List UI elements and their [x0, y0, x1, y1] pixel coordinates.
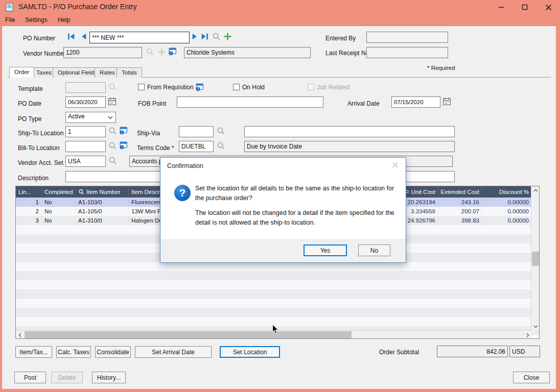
terms-code-label: Terms Code * [137, 144, 174, 152]
menu-bar: File Settings Help [0, 14, 560, 26]
close-window-button[interactable] [536, 0, 560, 14]
scroll-left-button[interactable] [16, 331, 24, 339]
cell-unit-cost: 3.334559 [403, 207, 438, 216]
cell-extended-cost: 200.07 [438, 207, 482, 216]
cell-extended-cost: 243.16 [438, 198, 482, 207]
confirmation-dialog: Confirmation ? Set the location for all … [160, 157, 406, 263]
vendor-finder-icon[interactable] [146, 47, 154, 56]
col-header-extended-cost[interactable]: Extended Cost [438, 186, 482, 198]
order-subtotal-label: Order Subtotal [379, 349, 419, 356]
menu-file[interactable]: File [0, 15, 20, 24]
scroll-down-icon [533, 325, 538, 328]
scroll-up-icon [533, 189, 538, 192]
vendor-number-input[interactable] [63, 47, 142, 58]
maximize-button[interactable] [513, 0, 536, 14]
yes-button[interactable]: Yes [304, 244, 347, 256]
po-date-input[interactable] [65, 96, 106, 108]
ship-via-finder-icon[interactable] [217, 127, 225, 135]
col-header-completed[interactable]: Completed [42, 186, 76, 198]
ship-via-description-field[interactable] [244, 126, 455, 137]
calc-taxes-button[interactable]: Calc. Taxes [56, 346, 91, 358]
vendor-number-label: Vendor Number [23, 50, 66, 57]
set-arrival-date-button[interactable]: Set Arrival Date [135, 346, 212, 358]
bill-to-location-input[interactable] [65, 141, 106, 152]
fob-point-input[interactable] [177, 96, 323, 108]
terms-code-input[interactable] [179, 141, 214, 152]
required-note: * Required [427, 65, 455, 71]
template-finder-icon[interactable] [108, 83, 117, 91]
arrival-date-calendar-icon[interactable] [442, 97, 451, 106]
item-tax-button[interactable]: Item/Tax... [15, 346, 52, 358]
cell-item-number: A1-103/0 [76, 198, 129, 207]
bill-to-finder-icon[interactable] [108, 141, 117, 150]
cell-item-number: A1-105/0 [76, 207, 129, 216]
po-date-label: PO Date [18, 100, 41, 107]
main-content: PO Number Vendor Number Entered By Last … [2, 26, 556, 389]
vendor-acct-set-input[interactable] [65, 156, 106, 167]
col-header-unit-cost[interactable]: Unit Cost [403, 186, 438, 198]
grid-vertical-scrollbar[interactable] [531, 186, 539, 331]
col-header-line[interactable]: Lin... [16, 186, 42, 198]
job-related-checkbox [308, 84, 314, 90]
cell-unit-cost: 24.926796 [403, 216, 438, 225]
menu-help[interactable]: Help [53, 15, 76, 24]
cell-item-number: A1-310/0 [76, 216, 129, 225]
previous-record-icon[interactable] [79, 32, 88, 41]
post-button[interactable]: Post [14, 372, 46, 383]
dialog-message: Set the location for all details to be t… [195, 184, 399, 227]
grid-empty-row [16, 271, 539, 280]
menu-settings[interactable]: Settings [20, 15, 52, 24]
set-location-button[interactable]: Set Location [220, 346, 280, 358]
on-hold-checkbox[interactable] [233, 84, 240, 90]
from-requisition-checkbox[interactable] [138, 84, 145, 90]
cell-unit-cost: 20.263194 [403, 198, 438, 207]
grid-empty-row [16, 299, 539, 308]
last-record-icon[interactable] [200, 32, 209, 41]
close-icon [392, 162, 399, 168]
col-header-item-number[interactable]: Item Number [76, 186, 129, 198]
bill-to-drilldown-icon[interactable] [119, 141, 128, 150]
po-number-finder-icon[interactable] [212, 32, 221, 41]
vendor-new-icon[interactable] [157, 47, 166, 56]
last-receipt-field [366, 47, 448, 58]
no-button[interactable]: No [358, 244, 390, 256]
scroll-right-icon [526, 333, 529, 337]
tab-order[interactable]: Order [9, 67, 34, 78]
new-po-icon[interactable] [223, 32, 232, 41]
horizontal-scroll-thumb[interactable] [25, 331, 352, 338]
app-icon [6, 3, 14, 11]
bill-to-location-label: Bill-To Location [18, 144, 59, 152]
scroll-up-button[interactable] [531, 186, 540, 194]
po-number-input[interactable] [89, 32, 190, 43]
requisition-drilldown-icon[interactable] [195, 83, 204, 91]
consolidate-button[interactable]: Consolidate [95, 346, 131, 358]
minimize-button[interactable] [489, 0, 513, 14]
arrival-date-input[interactable] [391, 96, 440, 108]
grid-horizontal-scrollbar[interactable] [16, 330, 532, 338]
first-record-icon[interactable] [67, 32, 76, 41]
next-record-icon[interactable] [191, 32, 199, 41]
close-button[interactable]: Close [513, 372, 550, 383]
vendor-drilldown-icon[interactable] [168, 47, 177, 56]
ship-to-finder-icon[interactable] [108, 127, 117, 135]
ship-to-location-input[interactable] [65, 126, 106, 137]
po-date-calendar-icon[interactable] [108, 97, 116, 106]
vendor-acct-finder-icon[interactable] [108, 156, 117, 165]
history-button[interactable]: History... [92, 372, 126, 383]
dialog-close-button[interactable] [392, 161, 399, 170]
dialog-message-line2: The location will not be changed for a d… [195, 208, 399, 227]
col-header-discount[interactable]: Discount % [482, 186, 532, 198]
scroll-right-button[interactable] [524, 331, 532, 339]
scroll-down-button[interactable] [531, 323, 540, 331]
ship-via-input[interactable] [179, 126, 214, 137]
po-type-select[interactable]: Active [65, 112, 116, 123]
tab-totals[interactable]: Totals [116, 67, 142, 78]
vertical-scroll-thumb[interactable] [532, 252, 539, 266]
ship-to-drilldown-icon[interactable] [119, 126, 128, 135]
cell-line: 1 [16, 198, 42, 207]
template-input[interactable] [65, 82, 106, 93]
po-type-value: Active [68, 113, 85, 120]
terms-finder-icon[interactable] [217, 141, 225, 150]
job-related-label: Job Related [317, 84, 349, 91]
terms-description-field [244, 141, 455, 152]
